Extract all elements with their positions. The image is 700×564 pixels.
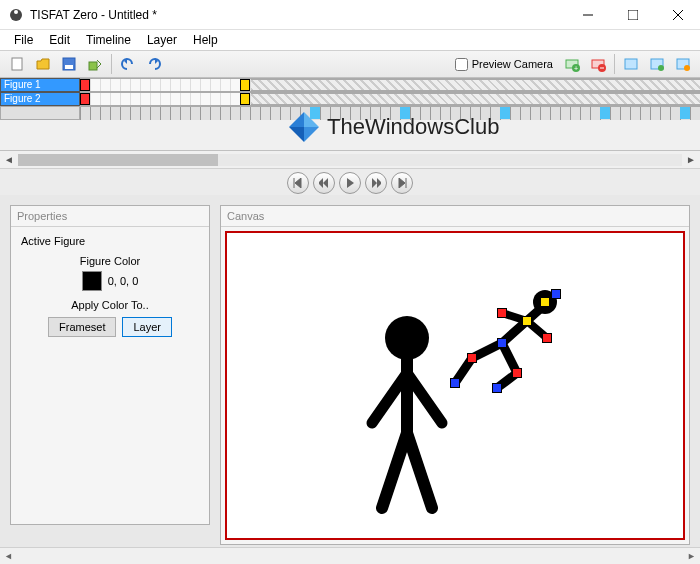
svg-line-30 [407, 433, 432, 508]
preview-camera-checkbox[interactable]: Preview Camera [455, 58, 553, 71]
canvas-title: Canvas [221, 206, 689, 227]
svg-point-20 [684, 65, 690, 71]
menu-layer[interactable]: Layer [139, 31, 185, 49]
close-button[interactable] [655, 0, 700, 30]
remove-layer-button[interactable] [586, 52, 610, 76]
toolbar: Preview Camera + [0, 50, 700, 78]
svg-rect-16 [625, 59, 637, 69]
maximize-button[interactable] [610, 0, 655, 30]
active-figure-label: Active Figure [21, 235, 199, 247]
svg-rect-9 [89, 62, 97, 70]
scroll-thumb[interactable] [18, 154, 218, 166]
svg-marker-24 [304, 127, 319, 142]
joint-node[interactable] [467, 353, 477, 363]
window-b-button[interactable] [645, 52, 669, 76]
last-frame-button[interactable] [391, 172, 413, 194]
ruler-marker [600, 107, 610, 119]
menu-file[interactable]: File [6, 31, 41, 49]
joint-node[interactable] [450, 378, 460, 388]
watermark-text: TheWindowsClub [327, 114, 499, 140]
figure-color-label: Figure Color [21, 255, 199, 267]
separator [111, 54, 112, 74]
apply-color-label: Apply Color To.. [21, 299, 199, 311]
joint-node[interactable] [522, 316, 532, 326]
redo-button[interactable] [142, 52, 166, 76]
app-icon [8, 7, 24, 23]
titlebar: TISFAT Zero - Untitled * [0, 0, 700, 30]
joint-node[interactable] [542, 333, 552, 343]
svg-marker-23 [289, 127, 304, 142]
color-value: 0, 0, 0 [108, 275, 139, 287]
joint-node[interactable] [492, 383, 502, 393]
svg-marker-22 [289, 112, 304, 127]
window-c-button[interactable] [671, 52, 695, 76]
svg-marker-21 [304, 112, 319, 127]
menu-help[interactable]: Help [185, 31, 226, 49]
scroll-track[interactable] [17, 548, 683, 564]
export-button[interactable] [83, 52, 107, 76]
keyframe[interactable] [240, 79, 250, 91]
ruler-marker [680, 107, 690, 119]
save-button[interactable] [57, 52, 81, 76]
svg-rect-8 [65, 65, 73, 69]
track-disabled [251, 79, 700, 91]
svg-rect-3 [628, 10, 638, 20]
timeline-track[interactable] [80, 78, 700, 92]
canvas-panel: Canvas [220, 205, 690, 545]
color-swatch[interactable] [82, 271, 102, 291]
play-button[interactable] [339, 172, 361, 194]
playback-controls [0, 168, 700, 198]
timeline-hscroll[interactable]: ◄ ► [0, 150, 700, 168]
window-title: TISFAT Zero - Untitled * [30, 8, 565, 22]
svg-rect-6 [12, 58, 22, 70]
track-disabled [251, 93, 700, 105]
window-a-button[interactable] [619, 52, 643, 76]
timeline-row[interactable]: Figure 2 [0, 92, 700, 106]
watermark-icon [285, 108, 323, 146]
scroll-track[interactable] [18, 154, 682, 166]
menu-timeline[interactable]: Timeline [78, 31, 139, 49]
minimize-button[interactable] [565, 0, 610, 30]
keyframe[interactable] [240, 93, 250, 105]
preview-camera-input[interactable] [455, 58, 468, 71]
svg-text:+: + [574, 65, 578, 72]
figure-label[interactable]: Figure 2 [0, 92, 80, 106]
keyframe[interactable] [80, 93, 90, 105]
layer-button[interactable]: Layer [122, 317, 172, 337]
scroll-left-icon[interactable]: ◄ [0, 152, 18, 168]
prev-frame-button[interactable] [313, 172, 335, 194]
keyframe[interactable] [80, 79, 90, 91]
svg-point-18 [658, 65, 664, 71]
properties-panel: Properties Active Figure Figure Color 0,… [10, 205, 210, 525]
scroll-right-icon[interactable]: ► [682, 152, 700, 168]
window-hscroll[interactable]: ◄ ► [0, 547, 700, 564]
canvas[interactable] [225, 231, 685, 540]
timeline-track[interactable] [80, 92, 700, 106]
open-button[interactable] [31, 52, 55, 76]
new-file-button[interactable] [5, 52, 29, 76]
svg-point-1 [14, 10, 18, 14]
separator [614, 54, 615, 74]
joint-node[interactable] [497, 308, 507, 318]
first-frame-button[interactable] [287, 172, 309, 194]
undo-button[interactable] [116, 52, 140, 76]
joint-node[interactable] [540, 297, 550, 307]
joint-node[interactable] [512, 368, 522, 378]
watermark: TheWindowsClub [285, 108, 499, 146]
workspace: Properties Active Figure Figure Color 0,… [0, 195, 700, 547]
scroll-right-icon[interactable]: ► [683, 548, 700, 564]
scroll-left-icon[interactable]: ◄ [0, 548, 17, 564]
preview-camera-label: Preview Camera [472, 58, 553, 70]
timeline-row[interactable]: Figure 1 [0, 78, 700, 92]
ruler-marker [500, 107, 510, 119]
next-frame-button[interactable] [365, 172, 387, 194]
joint-node[interactable] [551, 289, 561, 299]
menu-edit[interactable]: Edit [41, 31, 78, 49]
frameset-button[interactable]: Frameset [48, 317, 116, 337]
menubar: File Edit Timeline Layer Help [0, 30, 700, 50]
properties-title: Properties [11, 206, 209, 227]
figure-label[interactable]: Figure 1 [0, 78, 80, 92]
svg-line-29 [382, 433, 407, 508]
joint-node[interactable] [497, 338, 507, 348]
add-layer-button[interactable]: + [560, 52, 584, 76]
